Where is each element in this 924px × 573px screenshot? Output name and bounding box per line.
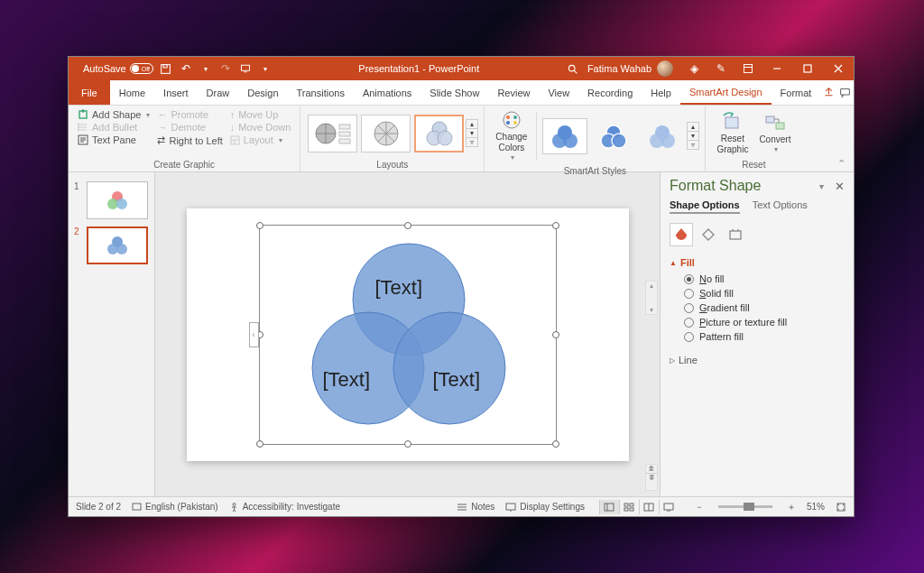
comments-icon[interactable] xyxy=(837,80,854,105)
radio-no-fill[interactable]: No fill xyxy=(670,272,845,286)
tab-transitions[interactable]: Transitions xyxy=(288,80,354,105)
smartart-selection[interactable]: ‹ [Text] [Text] [Text] xyxy=(259,225,557,445)
tab-design[interactable]: Design xyxy=(238,80,287,105)
layouts-gallery-controls[interactable]: ▴▾▿ xyxy=(466,119,478,147)
thumbnail-slide-1[interactable]: 1 xyxy=(69,178,154,223)
normal-view-icon[interactable] xyxy=(599,500,619,514)
language-indicator[interactable]: English (Pakistan) xyxy=(132,502,218,512)
radio-picture-fill[interactable]: Picture or texture fill xyxy=(670,315,845,329)
zoom-in-button[interactable]: ＋ xyxy=(787,501,796,513)
text-pane-button[interactable]: Text Pane xyxy=(74,134,153,146)
redo-icon[interactable]: ↷ xyxy=(218,61,233,76)
gallery-up-icon[interactable]: ▴ xyxy=(688,123,698,132)
size-properties-icon[interactable] xyxy=(724,223,747,246)
minimize-button[interactable] xyxy=(762,57,792,80)
tab-help[interactable]: Help xyxy=(642,80,680,105)
venn-text-right[interactable]: [Text] xyxy=(433,368,481,392)
text-pane-tab[interactable]: ‹ xyxy=(249,322,259,347)
tab-slide-show[interactable]: Slide Show xyxy=(420,80,488,105)
tab-format[interactable]: Format xyxy=(772,80,821,105)
display-settings-button[interactable]: Display Settings xyxy=(505,502,585,512)
user-account[interactable]: Fatima Wahab xyxy=(580,60,680,77)
slideshow-view-icon[interactable] xyxy=(659,500,679,514)
accessibility-indicator[interactable]: Accessibility: Investigate xyxy=(229,502,340,512)
layout-option-3-selected[interactable] xyxy=(414,115,464,152)
gallery-up-icon[interactable]: ▴ xyxy=(467,120,477,129)
pen-icon[interactable]: ✎ xyxy=(707,61,735,76)
slide-canvas-area[interactable]: ‹ [Text] [Text] [Text] ▴▾ ⯭⯯ xyxy=(155,172,660,496)
slide-thumbnails-pane[interactable]: 1 2 xyxy=(69,172,155,496)
layout-option-1[interactable] xyxy=(308,115,357,152)
avatar xyxy=(657,60,673,77)
svg-rect-54 xyxy=(630,504,633,506)
effects-icon[interactable] xyxy=(697,223,720,246)
start-from-beginning-icon[interactable] xyxy=(238,61,253,76)
tab-smartart-design[interactable]: SmartArt Design xyxy=(680,80,772,105)
venn-text-left[interactable]: [Text] xyxy=(323,368,371,392)
share-icon[interactable] xyxy=(820,80,836,105)
maximize-button[interactable] xyxy=(792,57,823,80)
gallery-down-icon[interactable]: ▾ xyxy=(467,129,477,138)
tab-home[interactable]: Home xyxy=(110,80,154,105)
venn-text-top[interactable]: [Text] xyxy=(375,276,423,300)
undo-dropdown[interactable]: ▾ xyxy=(199,61,213,76)
add-bullet-button: Add Bullet xyxy=(74,121,153,134)
vertical-scrollbar[interactable]: ▴▾ xyxy=(645,281,658,315)
panel-close-icon[interactable]: ✕ xyxy=(835,180,845,193)
svg-rect-5 xyxy=(804,65,811,72)
convert-button[interactable]: Convert xyxy=(753,111,796,156)
layout-option-2[interactable] xyxy=(361,115,411,152)
qat-customize-icon[interactable]: ▾ xyxy=(258,61,273,76)
right-to-left-button[interactable]: ⇄ Right to Left xyxy=(153,134,226,147)
radio-gradient-fill[interactable]: Gradient fill xyxy=(670,300,845,315)
search-icon[interactable] xyxy=(566,61,580,76)
zoom-out-button[interactable]: － xyxy=(695,501,704,513)
tab-view[interactable]: View xyxy=(539,80,578,105)
gallery-more-icon[interactable]: ▿ xyxy=(688,141,698,149)
style-option-2[interactable] xyxy=(591,118,636,154)
slide-nav-scroll[interactable]: ⯭⯯ xyxy=(645,464,658,491)
panel-title: Format Shape xyxy=(670,178,819,194)
tab-file[interactable]: File xyxy=(69,80,110,105)
fit-to-window-icon[interactable] xyxy=(836,502,846,513)
gallery-more-icon[interactable]: ▿ xyxy=(467,138,477,146)
slide-indicator[interactable]: Slide 2 of 2 xyxy=(76,502,121,512)
zoom-level[interactable]: 51% xyxy=(807,502,825,512)
tab-shape-options[interactable]: Shape Options xyxy=(670,199,740,214)
tab-animations[interactable]: Animations xyxy=(354,80,420,105)
section-fill-header[interactable]: ▲Fill xyxy=(670,254,845,272)
panel-dropdown-icon[interactable]: ▾ xyxy=(819,181,824,191)
reading-view-icon[interactable] xyxy=(639,500,659,514)
tab-review[interactable]: Review xyxy=(488,80,539,105)
tab-draw[interactable]: Draw xyxy=(198,80,239,105)
save-icon[interactable] xyxy=(159,61,173,76)
add-shape-button[interactable]: Add Shape xyxy=(74,108,153,121)
section-line-header[interactable]: ▷Line xyxy=(670,351,845,369)
slide-canvas[interactable]: ‹ [Text] [Text] [Text] xyxy=(187,208,629,461)
style-option-1[interactable] xyxy=(542,118,587,154)
thumbnail-slide-2[interactable]: 2 xyxy=(69,223,154,268)
zoom-slider[interactable] xyxy=(718,505,772,508)
close-button[interactable] xyxy=(823,57,854,80)
autosave-toggle[interactable]: AutoSave Off xyxy=(83,63,153,74)
radio-solid-fill[interactable]: Solid fill xyxy=(670,286,845,300)
reset-graphic-button[interactable]: Reset Graphic xyxy=(711,110,753,157)
tab-insert[interactable]: Insert xyxy=(154,80,198,105)
styles-gallery-controls[interactable]: ▴▾▿ xyxy=(687,122,699,150)
change-colors-button[interactable]: Change Colors xyxy=(490,108,532,164)
style-option-3[interactable] xyxy=(640,118,685,154)
tab-text-options[interactable]: Text Options xyxy=(753,199,808,214)
notes-button[interactable]: Notes xyxy=(457,502,494,512)
gallery-down-icon[interactable]: ▾ xyxy=(688,132,698,141)
collapse-ribbon-icon[interactable]: ⌃ xyxy=(834,157,848,170)
window-mode-icon[interactable] xyxy=(735,61,762,76)
svg-point-9 xyxy=(78,126,79,128)
tab-recording[interactable]: Recording xyxy=(578,80,642,105)
slide-sorter-view-icon[interactable] xyxy=(619,500,639,514)
venn-diagram[interactable] xyxy=(260,226,558,446)
diamond-icon[interactable]: ◈ xyxy=(680,61,707,76)
group-label-reset: Reset xyxy=(711,158,796,171)
undo-icon[interactable]: ↶ xyxy=(179,61,193,76)
fill-and-line-icon[interactable] xyxy=(670,223,693,246)
radio-pattern-fill[interactable]: Pattern fill xyxy=(670,329,845,344)
